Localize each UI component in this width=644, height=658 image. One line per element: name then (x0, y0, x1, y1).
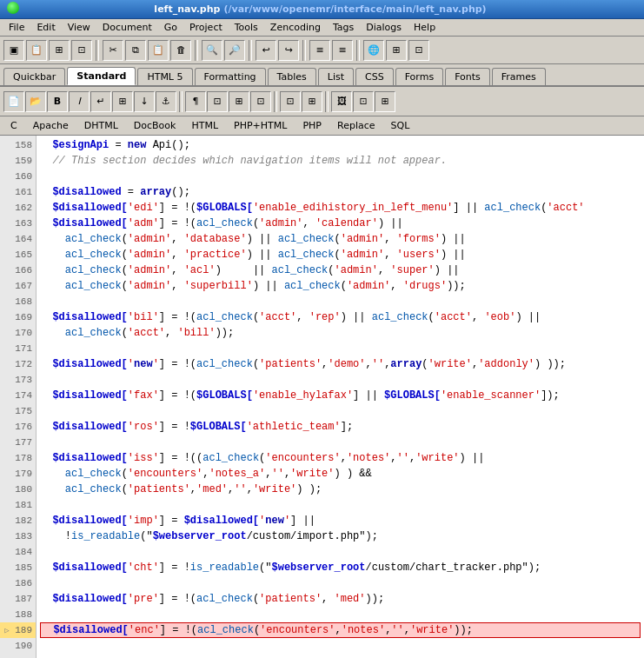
br-tag[interactable]: ↵ (90, 91, 111, 112)
editor-area: 158 159 160 161 162 163 164 165 166 167 … (0, 136, 644, 658)
img-tag[interactable]: ⊞ (112, 91, 133, 112)
line-number-text: 171 (15, 343, 32, 354)
menu-item-edit[interactable]: Edit (31, 20, 60, 35)
tab-css[interactable]: CSS (355, 68, 394, 85)
line-num-158: 158 (0, 137, 36, 153)
cat-tab-html[interactable]: HTML (184, 118, 225, 133)
code-line-174: $disallowed['fax'] = !($GLOBALS['enable_… (40, 388, 641, 403)
open-file-button[interactable]: 📋 (26, 40, 47, 61)
find-replace-button[interactable]: 🔎 (224, 40, 245, 61)
toolbar-separator (249, 40, 252, 61)
line-number-text: 188 (15, 609, 32, 620)
code-line-180: acl_check('patients','med','','write') )… (40, 482, 641, 497)
menu-item-zencoding[interactable]: Zencoding (265, 20, 326, 35)
line-number-text: 162 (15, 203, 32, 213)
block[interactable]: ⊡ (207, 91, 228, 112)
line-num-174: 174 (0, 388, 36, 403)
check-button[interactable]: ⊡ (408, 40, 429, 61)
code-line-168 (40, 294, 641, 309)
line-number-text: 182 (15, 515, 32, 526)
line-num-168: 168 (0, 294, 36, 309)
menu-item-dialogs[interactable]: Dialogs (361, 20, 407, 35)
paste-button[interactable]: 📋 (148, 40, 169, 61)
span-tag[interactable]: ⊞ (302, 91, 322, 112)
line-number-text: 163 (15, 218, 32, 229)
code-line-189: $disallowed['enc'] = !(acl_check('encoun… (40, 622, 641, 638)
new-doc[interactable]: 📄 (3, 91, 24, 112)
code-line-187: $disallowed['pre'] = !(acl_check('patien… (40, 591, 641, 607)
find-button[interactable]: 🔍 (202, 40, 222, 61)
expand-icon[interactable]: ▷ (4, 626, 13, 635)
file-opt2-button[interactable]: ⊡ (71, 40, 92, 61)
tab-html-5[interactable]: HTML 5 (137, 68, 192, 85)
menu-item-tools[interactable]: Tools (229, 20, 263, 35)
redo-button[interactable]: ↪ (278, 40, 299, 61)
cat-tab-dhtml[interactable]: DHTML (77, 118, 125, 133)
align-left-button[interactable]: ≡ (309, 40, 330, 61)
menu-item-view[interactable]: View (63, 20, 96, 35)
file-opt-button[interactable]: ⊞ (49, 40, 70, 61)
code-line-176: $disallowed['ros'] = !$GLOBALS['athletic… (40, 419, 641, 435)
cat-tab-docbook[interactable]: DocBook (127, 118, 183, 133)
line-number-text: 177 (15, 437, 32, 448)
menu-item-document[interactable]: Document (97, 20, 157, 35)
tab-formatting[interactable]: Formatting (195, 68, 266, 85)
code-line-178: $disallowed['iss'] = !((acl_check('encou… (40, 450, 641, 466)
dl-tag[interactable]: ↓ (134, 91, 155, 112)
browser-button[interactable]: 🌐 (363, 40, 384, 61)
toolbar-separator (96, 40, 99, 61)
menu-item-tags[interactable]: Tags (328, 20, 359, 35)
undo-button[interactable]: ↩ (256, 40, 276, 61)
code-line-190 (40, 638, 641, 654)
char[interactable]: ⊡ (250, 91, 271, 112)
menu-item-project[interactable]: Project (184, 20, 228, 35)
line-num-183: 183 (0, 528, 36, 544)
cat-tab-replace[interactable]: Replace (330, 118, 382, 133)
preview-button[interactable]: ⊞ (386, 40, 407, 61)
delete-button[interactable]: 🗑 (170, 40, 191, 61)
image-tag[interactable]: 🖼 (331, 91, 352, 112)
line-num-160: 160 (0, 169, 36, 184)
tab-standard[interactable]: Standard (67, 67, 136, 85)
embed-tag[interactable]: ⊞ (375, 91, 395, 112)
line-number-text: 159 (15, 156, 32, 166)
tab-fonts[interactable]: Fonts (445, 68, 490, 85)
line-number-text: 174 (15, 390, 32, 401)
tab-list[interactable]: List (318, 68, 354, 85)
italic-btn[interactable]: I (69, 91, 90, 112)
tab-forms[interactable]: Forms (395, 68, 443, 85)
inline[interactable]: ⊞ (229, 91, 249, 112)
cat-tab-apache[interactable]: Apache (26, 118, 76, 133)
new-file-button[interactable]: ▣ (3, 40, 24, 61)
cat-tab-sql[interactable]: SQL (384, 118, 417, 133)
media-tag[interactable]: ⊡ (353, 91, 374, 112)
tab-tables[interactable]: Tables (268, 68, 316, 85)
tab-quickbar[interactable]: Quickbar (3, 68, 65, 85)
copy-button[interactable]: ⧉ (125, 40, 146, 61)
code-line-170: acl_check('acct', 'bill')); (40, 325, 641, 341)
code-line-184 (40, 544, 641, 560)
code-line-185: $disallowed['cht'] = !is_readable("$webs… (40, 560, 641, 575)
cat-tab-php[interactable]: PHP (295, 118, 329, 133)
line-num-159: 159 (0, 153, 36, 169)
line-num-163: 163 (0, 216, 36, 231)
code-line-171 (40, 341, 641, 356)
menu-item-help[interactable]: Help (408, 20, 441, 35)
bold-btn[interactable]: B (47, 91, 68, 112)
cat-tab-c[interactable]: C (3, 118, 24, 133)
cat-tab-php-plus-html[interactable]: PHP+HTML (227, 118, 294, 133)
cut-button[interactable]: ✂ (103, 40, 123, 61)
line-number-text: 186 (15, 578, 32, 588)
menu-item-file[interactable]: File (3, 20, 30, 35)
anchor-tag[interactable]: ⚓ (156, 91, 176, 112)
code-tag[interactable]: ⊡ (280, 91, 301, 112)
file-icon[interactable]: 📂 (25, 91, 46, 112)
para[interactable]: ¶ (185, 91, 206, 112)
menu-item-go[interactable]: Go (159, 20, 183, 35)
tab-frames[interactable]: Frames (492, 68, 546, 85)
align-right-button[interactable]: ≡ (332, 40, 353, 61)
line-number-text: 180 (15, 484, 32, 495)
code-content[interactable]: $esignApi = new Api(); // This section d… (37, 136, 644, 658)
code-line-177 (40, 435, 641, 450)
code-line-182: $disallowed['imp'] = $disallowed['new'] … (40, 513, 641, 528)
